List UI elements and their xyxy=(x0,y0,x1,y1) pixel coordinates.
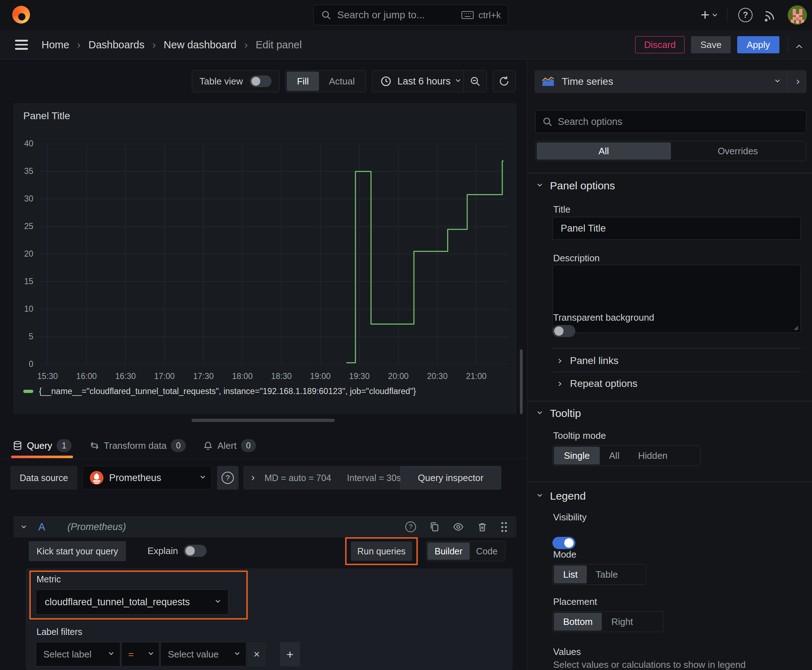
apply-button[interactable]: Apply xyxy=(737,36,779,53)
tooltip-mode-hidden[interactable]: Hidden xyxy=(629,447,676,465)
select-value-dropdown[interactable]: Select value xyxy=(160,642,246,667)
section-repeat-options[interactable]: Repeat options xyxy=(558,376,637,392)
x-tick-label: 18:30 xyxy=(271,372,292,381)
collapse-header-icon[interactable] xyxy=(796,45,802,51)
breadcrumb-new-dashboard[interactable]: New dashboard xyxy=(164,39,236,51)
table-view-label: Table view xyxy=(199,76,243,87)
datasource-picker[interactable]: Prometheus xyxy=(82,466,212,490)
fit-mode-group: Fill Actual xyxy=(285,70,366,92)
datasource-chevron-icon xyxy=(200,474,205,479)
transparent-background-label: Transparent background xyxy=(553,312,654,323)
y-tick-label: 40 xyxy=(24,139,33,149)
legend-series-label[interactable]: {__name__="cloudflared_tunnel_total_requ… xyxy=(39,387,416,396)
active-tab-underline xyxy=(11,456,73,458)
operator-chevron-icon xyxy=(149,650,153,655)
legend-values-hint: Select values or calculations to show in… xyxy=(553,659,746,670)
avatar[interactable] xyxy=(788,5,807,25)
kick-start-button[interactable]: Kick start your query xyxy=(29,541,126,561)
query-help-icon[interactable]: ? xyxy=(405,521,416,532)
options-expand-icon[interactable] xyxy=(250,475,254,481)
legend-visibility-toggle[interactable] xyxy=(553,537,575,549)
drag-handle-icon[interactable] xyxy=(500,521,508,533)
query-row-header[interactable]: A (Prometheus) ? xyxy=(14,516,516,538)
title-label: Title xyxy=(553,204,570,215)
news-rss-icon[interactable] xyxy=(763,8,777,22)
legend-swatch xyxy=(23,390,33,393)
breadcrumb-home[interactable]: Home xyxy=(42,39,69,51)
grafana-logo-icon[interactable] xyxy=(12,6,30,24)
header-actions: Discard Save Apply xyxy=(635,30,805,59)
section-panel-links[interactable]: Panel links xyxy=(558,353,618,369)
panel-title[interactable]: Panel Title xyxy=(23,110,70,122)
max-data-points: MD = auto = 704 xyxy=(264,473,331,483)
zoom-out-button[interactable] xyxy=(464,71,487,92)
datasource-help-button[interactable]: ? xyxy=(217,466,239,490)
breadcrumb-dashboards[interactable]: Dashboards xyxy=(88,39,144,51)
tooltip-mode-all[interactable]: All xyxy=(600,447,629,465)
repeat-options-heading: Repeat options xyxy=(570,378,637,389)
tab-all[interactable]: All xyxy=(537,142,671,160)
duplicate-icon[interactable] xyxy=(429,521,440,532)
legend-placement-bottom[interactable]: Bottom xyxy=(554,613,602,631)
builder-option[interactable]: Builder xyxy=(427,543,470,560)
x-tick-label: 20:00 xyxy=(388,372,409,381)
top-bar: Search or jump to... ctrl+k + ? xyxy=(0,0,812,30)
options-search-input[interactable]: Search options xyxy=(535,110,806,133)
discard-button[interactable]: Discard xyxy=(635,36,685,53)
viz-suggestions-button[interactable] xyxy=(787,80,807,83)
tab-overrides[interactable]: Overrides xyxy=(671,142,805,160)
x-tick-label: 19:00 xyxy=(310,372,331,381)
y-axis-labels: 0510152025303540 xyxy=(14,144,35,364)
global-search-input[interactable]: Search or jump to... ctrl+k xyxy=(313,5,509,25)
section-tooltip[interactable]: Tooltip xyxy=(538,407,581,420)
panel-title-input[interactable]: Panel Title xyxy=(553,217,801,240)
legend-mode-list[interactable]: List xyxy=(554,565,587,584)
fill-option[interactable]: Fill xyxy=(287,71,319,91)
table-view-toggle[interactable] xyxy=(250,76,272,87)
legend-placement-group: Bottom Right xyxy=(553,611,663,632)
menu-toggle-icon[interactable] xyxy=(15,40,28,50)
viz-chevron-icon xyxy=(775,78,780,82)
refresh-button[interactable] xyxy=(493,70,515,92)
legend-placement-right[interactable]: Right xyxy=(602,613,642,631)
tab-transform-data[interactable]: Transform data 0 xyxy=(90,433,186,458)
select-label-dropdown[interactable]: Select label xyxy=(36,642,120,667)
tab-alert[interactable]: Alert 0 xyxy=(203,433,256,458)
run-queries-button[interactable]: Run queries xyxy=(351,541,412,561)
chart-legend[interactable]: {__name__="cloudflared_tunnel_total_requ… xyxy=(23,387,416,396)
code-option[interactable]: Code xyxy=(470,543,504,560)
operator-dropdown[interactable]: = xyxy=(121,642,159,667)
query-inspector-button[interactable]: Query inspector xyxy=(400,466,501,490)
visualization-picker[interactable]: Time series xyxy=(534,70,807,93)
time-range-picker[interactable]: Last 6 hours xyxy=(372,71,463,92)
query-toolbar-row: Kick start your query Explain Run querie… xyxy=(26,540,513,562)
select-value-chevron-icon xyxy=(235,650,239,655)
legend-mode-table[interactable]: Table xyxy=(587,565,626,584)
explain-toggle[interactable] xyxy=(184,545,207,557)
help-icon[interactable]: ? xyxy=(738,8,753,22)
metric-select[interactable]: cloudflared_tunnel_total_requests xyxy=(36,589,229,614)
add-filter-button[interactable]: + xyxy=(280,642,300,667)
section-panel-options[interactable]: Panel options xyxy=(538,180,615,192)
grafana-edit-panel: Search or jump to... ctrl+k + ? Home › D… xyxy=(0,0,812,670)
eye-icon[interactable] xyxy=(453,521,464,532)
query-ref-id[interactable]: A xyxy=(38,521,45,533)
remove-filter-button[interactable]: × xyxy=(247,642,266,667)
add-button[interactable]: + xyxy=(701,7,716,22)
save-button[interactable]: Save xyxy=(691,36,731,53)
query-collapse-icon[interactable] xyxy=(22,524,26,528)
transform-icon xyxy=(90,441,100,451)
actual-option[interactable]: Actual xyxy=(319,71,365,91)
vertical-scrollbar[interactable] xyxy=(520,349,523,414)
section-legend[interactable]: Legend xyxy=(538,490,586,502)
panel-resize-handle[interactable] xyxy=(192,419,335,422)
trash-icon[interactable] xyxy=(477,521,488,532)
tooltip-mode-single[interactable]: Single xyxy=(554,447,600,465)
tab-query[interactable]: Query 1 xyxy=(12,433,72,458)
select-label-chevron-icon xyxy=(109,650,114,655)
transparent-background-toggle[interactable] xyxy=(553,325,575,337)
section-chevron-icon xyxy=(537,409,542,414)
editor-tabs: Query 1 Transform data 0 Alert 0 xyxy=(0,433,527,459)
panel-view-toolbar: Table view Fill Actual Last 6 hours xyxy=(0,70,515,92)
plot-area[interactable] xyxy=(40,144,509,364)
